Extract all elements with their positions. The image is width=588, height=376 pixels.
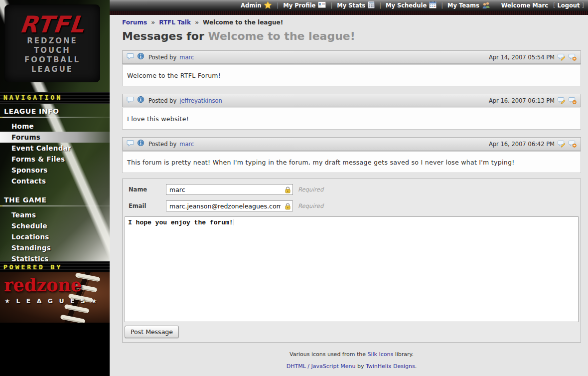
message-header-right: Apr 14, 2007 05:54 PM	[489, 53, 577, 61]
email-row: Email Required	[129, 200, 579, 212]
sidebar-item-sponsors[interactable]: Sponsors	[0, 165, 110, 176]
message-header-right: Apr 16, 2007 06:13 PM	[489, 97, 577, 104]
lock-icon	[285, 186, 291, 195]
redzone-brand-text: redzone	[4, 276, 82, 294]
message-author-link[interactable]: marc	[179, 54, 194, 61]
twinhelix-link[interactable]: TwinHelix Designs	[366, 363, 415, 370]
sidebar-item-teams[interactable]: Teams	[0, 209, 110, 220]
footer-text: library.	[393, 351, 414, 358]
logout-link[interactable]: Logout	[557, 2, 580, 9]
menu-separator: |	[330, 2, 332, 9]
name-label: Name	[129, 186, 166, 193]
sidebar-item-forms-files[interactable]: Forms & Files	[0, 154, 110, 165]
comment-edit-icon[interactable]	[558, 53, 566, 61]
forum-message: Posted by jeffreyatkinson Apr 16, 2007 0…	[122, 94, 581, 130]
sidebar-item-forums[interactable]: Forums	[0, 132, 110, 143]
menu-my-stats-label: My Stats	[337, 2, 365, 9]
message-draft-text: I hope you enjoy the forum!	[128, 219, 233, 226]
sidebar-item-contacts[interactable]: Contacts	[0, 176, 110, 187]
menu-separator: |	[277, 2, 279, 9]
forum-message: Posted by marc Apr 14, 2007 05:54 PM Wel…	[122, 50, 581, 86]
message-header: Posted by marc Apr 14, 2007 05:54 PM	[122, 50, 581, 64]
menu-admin[interactable]: Admin	[241, 1, 272, 10]
footer-icons-credit: Various icons used from the Silk Icons l…	[122, 351, 581, 358]
sidebar-item-locations[interactable]: Locations	[0, 231, 110, 242]
information-icon[interactable]	[137, 139, 145, 149]
breadcrumb-current: Welcome to the league!	[203, 19, 283, 26]
welcome-user-text: Welcome Marc	[501, 2, 548, 9]
nav-section-league-info: LEAGUE INFO	[0, 106, 110, 117]
menu-my-profile-label: My Profile	[283, 2, 315, 9]
message-author-link[interactable]: marc	[179, 141, 194, 148]
main-content: Forums » RTFL Talk » Welcome to the leag…	[110, 15, 588, 376]
comment-edit-icon[interactable]	[558, 140, 566, 148]
redzone-leagues-banner[interactable]: redzone ★ L E A G U E S ★	[0, 272, 110, 323]
menu-my-teams[interactable]: My Teams	[447, 1, 490, 10]
name-row: Name Required	[129, 184, 579, 195]
posted-by-label: Posted by	[148, 54, 176, 61]
rtfl-logo: RTFL REDZONE TOUCH FOOTBALL LEAGUE	[5, 5, 100, 82]
dhtml-menu-link[interactable]: DHTML / JavaScript Menu	[287, 363, 356, 370]
message-header: Posted by jeffreyatkinson Apr 16, 2007 0…	[122, 94, 581, 107]
star-icon	[264, 1, 272, 10]
breadcrumb-separator: »	[195, 19, 199, 26]
button-row: Post Message	[125, 326, 579, 338]
section-divider	[0, 205, 110, 206]
calendar-icon	[429, 1, 437, 10]
navigation-ticker: NAVIGATION	[0, 92, 110, 104]
sidebar: RTFL REDZONE TOUCH FOOTBALL LEAGUE NAVIG…	[0, 0, 110, 376]
section-divider	[0, 117, 110, 118]
breadcrumb: Forums » RTFL Talk » Welcome to the leag…	[122, 19, 581, 26]
sidebar-item-standings[interactable]: Standings	[0, 242, 110, 253]
comment-icon	[127, 52, 134, 62]
information-icon[interactable]	[137, 96, 145, 105]
message-author-link[interactable]: jeffreyatkinson	[179, 97, 222, 104]
silk-icons-link[interactable]: Silk Icons	[368, 351, 394, 358]
comment-delete-icon[interactable]	[569, 53, 577, 61]
comment-icon	[127, 139, 134, 149]
menu-my-profile[interactable]: My Profile	[283, 1, 326, 9]
message-body: This forum is pretty neat! When I'm typi…	[122, 151, 581, 173]
forum-message: Posted by marc Apr 16, 2007 06:42 PM Thi…	[122, 137, 581, 173]
email-input-wrap	[166, 200, 293, 211]
menu-separator: |	[379, 2, 381, 9]
breadcrumb-separator: »	[151, 19, 155, 26]
nav-section-the-game-wrap: THE GAME Teams Schedule Locations Standi…	[0, 194, 110, 264]
email-input[interactable]	[166, 200, 293, 211]
information-icon[interactable]	[137, 52, 145, 62]
breadcrumb-link-forums[interactable]: Forums	[122, 19, 147, 26]
vcard-icon	[318, 1, 326, 9]
post-message-button[interactable]: Post Message	[125, 326, 179, 338]
topbar-accent-strip	[110, 11, 588, 15]
menu-my-schedule[interactable]: My Schedule	[386, 1, 437, 10]
reply-form: Name Required Email Required I hope you …	[122, 179, 581, 343]
comment-delete-icon[interactable]	[569, 97, 577, 104]
nav-section-the-game: THE GAME	[0, 194, 110, 205]
message-header-right: Apr 16, 2007 06:42 PM	[489, 140, 577, 148]
message-date: Apr 14, 2007 05:54 PM	[489, 54, 555, 61]
breadcrumb-link-rtfl-talk[interactable]: RTFL Talk	[159, 19, 191, 26]
logout-bracket-close: ]	[582, 2, 585, 9]
powered-by-ticker: POWERED BY	[0, 261, 110, 273]
posted-by-label: Posted by	[148, 97, 176, 104]
menu-my-stats[interactable]: My Stats	[337, 1, 375, 10]
leagues-brand-text: ★ L E A G U E S ★	[4, 297, 99, 305]
page-title-prefix: Messages for	[122, 30, 208, 42]
sidebar-item-event-calendar[interactable]: Event Calendar	[0, 143, 110, 154]
footer-menu-credit: DHTML / JavaScript Menu by TwinHelix Des…	[122, 363, 581, 370]
logout-wrap: [ Logout ]	[553, 2, 584, 9]
footer-text: .	[415, 363, 417, 370]
message-date: Apr 16, 2007 06:13 PM	[489, 97, 555, 104]
comment-delete-icon[interactable]	[569, 140, 577, 148]
message-textarea[interactable]: I hope you enjoy the forum!	[125, 216, 579, 322]
menu-my-schedule-label: My Schedule	[386, 2, 427, 9]
message-body: Welcome to the RTFL Forum!	[122, 64, 581, 86]
top-bar: Admin | My Profile | My Stats | My Sched…	[110, 0, 588, 15]
sidebar-item-home[interactable]: Home	[0, 121, 110, 132]
sidebar-item-schedule[interactable]: Schedule	[0, 220, 110, 231]
name-input[interactable]	[166, 184, 293, 195]
page-footer: Various icons used from the Silk Icons l…	[122, 351, 581, 370]
menu-my-teams-label: My Teams	[447, 2, 479, 9]
page-title-topic: Welcome to the league!	[208, 30, 355, 42]
comment-edit-icon[interactable]	[558, 97, 566, 104]
